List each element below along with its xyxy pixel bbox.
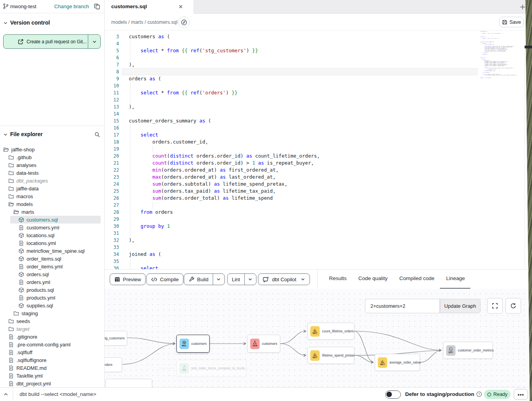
change-branch-link[interactable]: Change branch	[54, 4, 89, 9]
file-tree-item-data-tests[interactable]: data-tests	[0, 169, 105, 177]
tab-lineage[interactable]: Lineage	[446, 275, 465, 281]
file-name: supplies.sql	[27, 303, 53, 309]
lint-dropdown-arrow[interactable]	[244, 274, 256, 285]
create-pull-request-button[interactable]: Create a pull request on Git...	[3, 34, 101, 49]
file-tree-item--sqlfluff[interactable]: .sqlfluff	[0, 348, 105, 356]
file-tree-item-seeds[interactable]: seeds	[0, 317, 105, 325]
file-tree-item-customers-yml[interactable]: customers.yml	[0, 224, 105, 231]
more-options-button[interactable]: •••	[514, 389, 528, 400]
file-tree-item-models[interactable]: models	[0, 200, 105, 208]
build-button[interactable]: Build	[184, 273, 225, 285]
file-tree-item-orders-yml[interactable]: orders.yml	[0, 278, 105, 286]
lineage-node-test-order-items[interactable]: TSTtest_order_items_compute_to_bools...	[176, 360, 247, 377]
code-line-16: 16	[105, 124, 479, 131]
preview-button[interactable]: Preview	[110, 273, 146, 285]
file-tree-item-order-items-sql[interactable]: order_items.sql	[0, 255, 105, 263]
lineage-node-average-order-value[interactable]: METaverage_order_value	[375, 354, 420, 371]
help-icon[interactable]: ?	[476, 391, 482, 397]
node-label: average_order_value	[390, 360, 421, 364]
lineage-node-orders[interactable]: MDLorders	[105, 357, 122, 372]
tab-code-quality[interactable]: Code quality	[358, 275, 388, 281]
refresh-button[interactable]	[505, 298, 521, 314]
file-icon	[8, 342, 14, 348]
command-input[interactable]: dbt build --select <model_name>	[20, 391, 96, 397]
ready-status-badge: Ready	[484, 390, 511, 399]
code-line-9: 9orders as (	[105, 75, 479, 82]
file-explorer-chevron-icon[interactable]	[3, 132, 8, 137]
update-graph-button[interactable]: Update Graph	[440, 299, 480, 313]
file-tree-item--sqlfluffignore[interactable]: .sqlfluffignore	[0, 356, 105, 364]
file-tree-item-jaffle-shop[interactable]: jaffle-shop	[0, 145, 105, 153]
file-tree-item-products-yml[interactable]: products.yml	[0, 294, 105, 302]
file-tree-item-supplies-sql[interactable]: supplies.sql	[0, 302, 105, 309]
model-icon	[18, 303, 24, 309]
lineage-query-input[interactable]: 2+customers+2	[365, 299, 440, 313]
build-dropdown-arrow[interactable]	[213, 274, 224, 285]
tab-close-icon[interactable]	[178, 4, 183, 9]
tab-compiled-code[interactable]: Compiled code	[399, 275, 434, 281]
git-branch-icon	[3, 3, 9, 9]
file-tree-item-dbt-packages[interactable]: dbt_packages	[0, 177, 105, 185]
pr-dropdown-arrow[interactable]	[88, 35, 100, 48]
code-line-3: 3customers as (	[105, 33, 479, 40]
file-tree-item-jaffle-data[interactable]: jaffle-data	[0, 185, 105, 192]
scrollbar-thumb[interactable]	[525, 46, 532, 48]
search-icon[interactable]	[94, 131, 100, 138]
file-tree-item-marts[interactable]: marts	[0, 208, 105, 216]
file-tree-item-products-sql[interactable]: products.sql	[0, 286, 105, 294]
lineage-node-count-lifetime-orders[interactable]: METcount_lifetime_orders	[307, 323, 354, 340]
tab-results[interactable]: Results	[329, 275, 347, 281]
version-control-chevron-icon[interactable]	[3, 21, 8, 25]
file-tree-item--github[interactable]: .github	[0, 153, 105, 161]
explore-compass-button[interactable]	[178, 16, 190, 28]
compile-button[interactable]: Compile	[146, 273, 183, 285]
file-tree-item-dbt-project-yml[interactable]: dbt_project.yml	[0, 380, 105, 387]
editor-minimap[interactable]: withcustomers as ( select * from {{ ref(…	[480, 30, 518, 78]
lineage-panel[interactable]: MDLstg_customersMDLordersMDLcustomersTST…	[105, 289, 532, 387]
svg-text:?: ?	[478, 392, 480, 396]
code-editor[interactable]: 3customers as (45 select * from {{ ref('…	[105, 30, 525, 269]
file-tree-item--gitignore[interactable]: .gitignore	[0, 333, 105, 341]
folder-icon	[8, 326, 14, 332]
file-tree-item-customers-sql[interactable]: customers.sql	[0, 216, 105, 224]
lineage-node-partial-node[interactable]	[105, 379, 152, 387]
dbt-copilot-button[interactable]: dbt Copilot	[258, 273, 310, 285]
file-name: order_items.yml	[27, 264, 62, 270]
file-tree-item-target[interactable]: target	[0, 325, 105, 333]
file-tree-item-orders-sql[interactable]: orders.sql	[0, 270, 105, 278]
node-label: test_order_items_compute_to_bools...	[191, 366, 248, 370]
file-tree-item-order-items-yml[interactable]: order_items.yml	[0, 263, 105, 270]
file-tree-item-metricflow-time-spine-sql[interactable]: metricflow_time_spine.sql	[0, 247, 105, 255]
copilot-dropdown-arrow[interactable]	[301, 277, 305, 282]
file-tree-item-locations-yml[interactable]: locations.yml	[0, 239, 105, 247]
lineage-node-stg_customers[interactable]: MDLstg_customers	[105, 331, 127, 346]
fullscreen-button[interactable]	[487, 298, 503, 314]
lineage-node-lifetime-spend-pretax[interactable]: METlifetime_spend_pretax	[307, 347, 354, 364]
file-tree-item-macros[interactable]: macros	[0, 192, 105, 200]
new-tab-button[interactable]	[519, 3, 527, 11]
defer-toggle[interactable]	[385, 390, 401, 399]
save-button[interactable]: Save	[499, 17, 524, 27]
file-tree-item-analyses[interactable]: analyses	[0, 161, 105, 169]
build-label: Build	[197, 277, 208, 282]
copy-icon[interactable]	[94, 3, 101, 10]
file-name: .sqlfluff	[16, 350, 32, 355]
file-icon	[8, 365, 14, 371]
folder-icon	[8, 170, 14, 176]
file-tree-item--pre-commit-config-yaml[interactable]: .pre-commit-config.yaml	[0, 341, 105, 348]
save-label: Save	[509, 19, 521, 25]
lineage-node-customers-model[interactable]: MDLcustomers	[176, 335, 210, 353]
lint-button[interactable]: Lint	[227, 273, 256, 285]
node-label: customers	[191, 342, 206, 346]
lineage-node-customers-semantic[interactable]: SEMcustomers	[247, 335, 280, 353]
expand-panel-chevron-icon[interactable]	[2, 391, 9, 398]
lineage-node-customer-order-metrics[interactable]: QRYcustomer_order_metrics	[443, 342, 493, 359]
file-tree-item-readme-md[interactable]: README.md	[0, 364, 105, 372]
code-line-30: 30 group by 1	[105, 223, 479, 230]
file-tree-item-staging[interactable]: staging	[0, 309, 105, 317]
code-line-18: 18 orders.customer_id,	[105, 138, 479, 145]
node-label: count_lifetime_orders	[322, 329, 354, 333]
tab-customers-sql[interactable]: customers.sql	[105, 0, 194, 14]
file-tree-item-locations-sql[interactable]: locations.sql	[0, 231, 105, 239]
file-tree-item-taskfile-yml[interactable]: Taskfile.yml	[0, 372, 105, 380]
